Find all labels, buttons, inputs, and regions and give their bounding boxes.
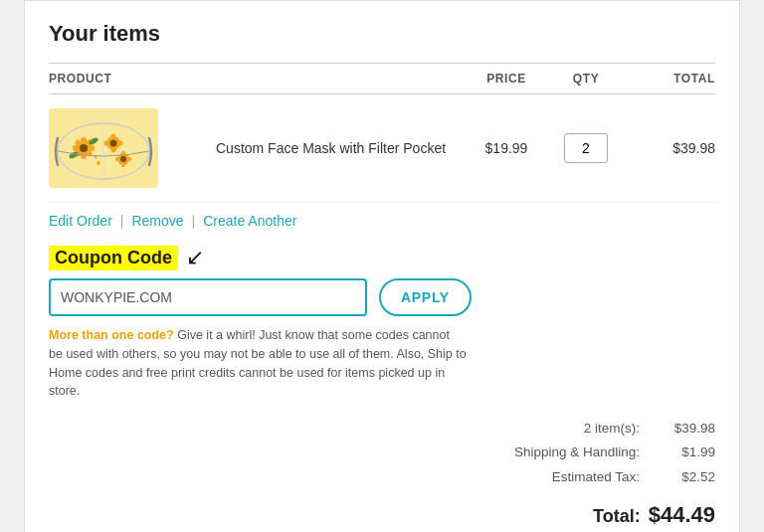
- create-another-link[interactable]: Create Another: [203, 213, 296, 229]
- product-price: $19.99: [467, 140, 546, 156]
- tax-value: $2.52: [656, 465, 715, 489]
- svg-point-26: [96, 161, 100, 165]
- items-label: 2 item(s):: [584, 417, 640, 441]
- page-title: Your items: [49, 21, 715, 47]
- svg-point-22: [115, 157, 119, 161]
- summary-lines: 2 item(s): $39.98 Shipping & Handling: $…: [49, 417, 715, 532]
- shipping-label: Shipping & Handling:: [514, 441, 640, 464]
- summary-items-line: 2 item(s): $39.98: [49, 417, 715, 441]
- total-line: Total: $44.49: [49, 495, 715, 532]
- product-image: [49, 108, 158, 188]
- svg-point-8: [76, 140, 81, 145]
- svg-point-17: [118, 141, 123, 146]
- separator-1: |: [120, 213, 124, 229]
- col-header-total: TOTAL: [626, 72, 715, 86]
- total-label: Total:: [593, 500, 641, 532]
- bottom-section: 2 item(s): $39.98 Shipping & Handling: $…: [49, 417, 715, 532]
- arrow-icon: ↙: [186, 245, 204, 270]
- coupon-section: Coupon Code ↙ APPLY More than one code? …: [49, 245, 715, 401]
- tax-label: Estimated Tax:: [552, 465, 640, 489]
- table-header: PRODUCT PRICE QTY TOTAL: [49, 63, 715, 94]
- mask-illustration: [54, 113, 153, 183]
- svg-point-21: [120, 156, 126, 162]
- svg-point-25: [121, 163, 125, 167]
- svg-point-4: [73, 145, 79, 151]
- cart-card: Your items PRODUCT PRICE QTY TOTAL: [24, 0, 740, 532]
- svg-point-3: [80, 144, 88, 152]
- summary-tax-line: Estimated Tax: $2.52: [49, 465, 715, 489]
- items-value: $39.98: [656, 417, 715, 441]
- apply-coupon-button[interactable]: APPLY: [379, 278, 472, 316]
- coupon-input[interactable]: [49, 278, 367, 316]
- product-total: $39.98: [626, 140, 715, 156]
- coupon-code-label: Coupon Code: [49, 246, 178, 270]
- quantity-input[interactable]: [564, 133, 608, 163]
- coupon-note-highlight: More than one code?: [49, 328, 174, 342]
- coupon-label-row: Coupon Code ↙: [49, 245, 715, 270]
- coupon-input-row: APPLY: [49, 278, 715, 316]
- col-header-empty: [208, 72, 467, 86]
- product-name: Custom Face Mask with Filter Pocket: [208, 140, 467, 156]
- coupon-note: More than one code? Give it a whirl! Jus…: [49, 326, 467, 401]
- svg-point-7: [81, 153, 87, 159]
- order-summary: 2 item(s): $39.98 Shipping & Handling: $…: [49, 417, 715, 532]
- table-row: Custom Face Mask with Filter Pocket $19.…: [49, 94, 715, 203]
- actions-row: Edit Order | Remove | Create Another: [49, 203, 715, 229]
- svg-point-23: [127, 157, 131, 161]
- remove-link[interactable]: Remove: [131, 213, 183, 229]
- svg-point-18: [111, 134, 116, 139]
- col-header-qty: QTY: [546, 72, 626, 86]
- svg-point-6: [81, 137, 87, 143]
- col-header-price: PRICE: [467, 72, 546, 86]
- separator-2: |: [192, 213, 196, 229]
- svg-point-5: [89, 145, 95, 151]
- shipping-value: $1.99: [656, 441, 715, 464]
- total-value: $44.49: [649, 495, 715, 532]
- svg-point-19: [111, 148, 116, 153]
- summary-shipping-line: Shipping & Handling: $1.99: [49, 441, 715, 464]
- qty-box: [546, 133, 626, 163]
- col-header-product: PRODUCT: [49, 72, 208, 86]
- svg-point-16: [104, 141, 109, 146]
- svg-point-15: [110, 140, 117, 147]
- edit-order-link[interactable]: Edit Order: [49, 213, 112, 229]
